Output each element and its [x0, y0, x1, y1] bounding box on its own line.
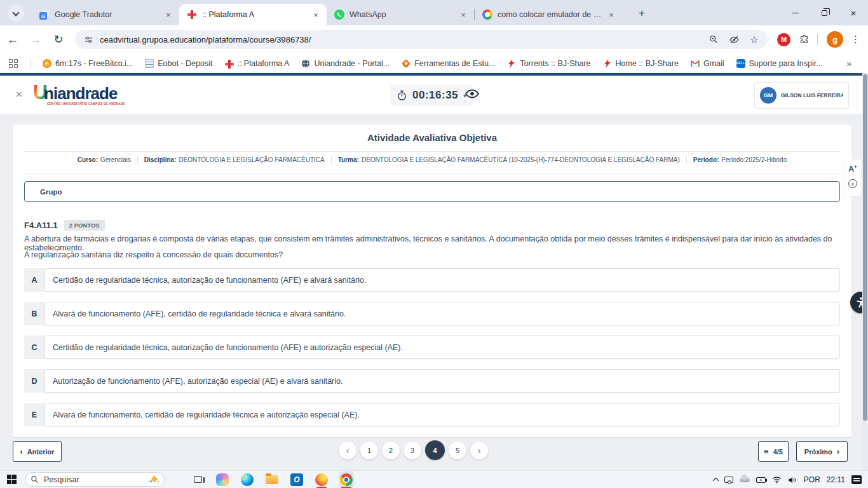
- option-letter: E: [24, 403, 44, 426]
- mega-extension-icon[interactable]: M: [777, 33, 790, 46]
- option-e[interactable]: E Alvará de funcionamento, certidão de r…: [24, 403, 840, 426]
- tab-close-icon[interactable]: ×: [310, 9, 322, 20]
- page-3[interactable]: 3: [403, 442, 421, 459]
- font-increase-icon[interactable]: A+: [848, 164, 857, 173]
- option-text[interactable]: Autorização de funcionamento (AFE), auto…: [44, 369, 840, 393]
- task-view-button[interactable]: [190, 471, 205, 488]
- bookmark-plataforma[interactable]: :: Plataforma A: [224, 59, 289, 68]
- copilot-button[interactable]: [215, 471, 230, 488]
- tab-close-icon[interactable]: ×: [606, 9, 617, 20]
- scrollbar-thumb[interactable]: [863, 74, 867, 421]
- outlook-button[interactable]: O: [289, 471, 304, 488]
- bookmark-gmail[interactable]: Gmail: [691, 59, 724, 68]
- whatsapp-icon: [334, 10, 344, 20]
- bookmark-ferramentas[interactable]: Ferramentas de Estu...: [402, 59, 495, 68]
- tab-plataforma-a[interactable]: :: Plataforma A ×: [179, 4, 327, 25]
- user-avatar: GM: [760, 87, 776, 104]
- page-4-active[interactable]: 4: [425, 440, 445, 460]
- back-button[interactable]: ←: [3, 29, 23, 50]
- bookmark-torrents-bjshare[interactable]: Torrents :: BJ-Share: [507, 59, 590, 68]
- bookmarks-separator: [30, 58, 31, 69]
- notifications-icon[interactable]: [851, 475, 862, 484]
- page-5[interactable]: 5: [449, 442, 466, 459]
- page-scrollbar[interactable]: [862, 73, 868, 470]
- tab-google-search[interactable]: como colocar emulador de ps2 ×: [475, 4, 622, 25]
- profile-avatar[interactable]: g: [827, 31, 843, 48]
- option-text[interactable]: Alvará de funcionamento (AFE), certidão …: [44, 302, 840, 325]
- bookmarks-overflow-icon[interactable]: »: [846, 58, 851, 69]
- option-text[interactable]: Certidão de regularidade técnica, autori…: [44, 268, 840, 292]
- tab-close-icon[interactable]: ×: [163, 9, 174, 20]
- bookmark-uniandrade[interactable]: Uniandrade - Portal...: [301, 59, 390, 68]
- meta-value: Gerenciais: [100, 156, 131, 163]
- wifi-icon[interactable]: [772, 476, 782, 484]
- window-restore-button[interactable]: [810, 0, 839, 25]
- meta-label: Período:: [693, 156, 719, 163]
- battery-icon[interactable]: ×: [756, 477, 766, 483]
- group-box[interactable]: Grupo: [24, 181, 840, 202]
- close-icon[interactable]: ×: [13, 88, 25, 101]
- option-b[interactable]: B Alvará de funcionamento (AFE), certidã…: [24, 302, 840, 325]
- tab-google-tradutor[interactable]: G Google Tradutor ×: [32, 4, 179, 25]
- option-c[interactable]: C Certidão de regularidade técnica, auto…: [24, 336, 840, 359]
- quiz-card: Atividade Avaliativa Objetiva Curso:Gere…: [13, 125, 851, 437]
- clock[interactable]: 22:11: [827, 475, 845, 484]
- onedrive-icon[interactable]: [740, 477, 750, 482]
- page-next-circle[interactable]: ›: [470, 442, 488, 459]
- plataforma-cross-icon: [224, 59, 233, 68]
- browser-menu-icon[interactable]: ⋮: [851, 34, 860, 45]
- folder-icon: [266, 475, 278, 484]
- address-bar[interactable]: ceadvirtual.grupoa.education/plataforma/…: [75, 30, 768, 49]
- next-button[interactable]: Próximo ›: [796, 441, 848, 462]
- option-a[interactable]: A Certidão de regularidade técnica, auto…: [24, 268, 840, 292]
- firefox-button[interactable]: [314, 471, 329, 488]
- bookmark-home-bjshare[interactable]: Home :: BJ-Share: [603, 59, 679, 68]
- bookmark-dell-suporte[interactable]: DELL Suporte para Inspir...: [736, 59, 823, 68]
- tab-search-button[interactable]: [8, 5, 24, 22]
- eye-off-icon[interactable]: [729, 34, 740, 45]
- uniandrade-logo[interactable]: Uniandrade CENTRO UNIVERSITÁRIO CAMPOS D…: [33, 82, 125, 106]
- volume-icon[interactable]: [788, 476, 797, 484]
- meta-label: Curso:: [78, 156, 98, 163]
- page-1[interactable]: 1: [360, 442, 378, 459]
- timer[interactable]: 00:16:35 ▾: [390, 85, 473, 106]
- restore-icon: [822, 10, 827, 16]
- language-indicator[interactable]: POR: [804, 475, 820, 484]
- zoom-icon[interactable]: [709, 34, 719, 44]
- bookmark-eobot[interactable]: Eobot - Deposit: [145, 59, 212, 68]
- edge-button[interactable]: [240, 471, 255, 488]
- tab-close-icon[interactable]: ×: [458, 9, 469, 20]
- new-tab-button[interactable]: +: [634, 6, 649, 21]
- apps-grid-icon[interactable]: [9, 59, 18, 68]
- bookmark-star-icon[interactable]: ☆: [750, 34, 759, 46]
- user-card[interactable]: GM GILSON LUIS FERREIRA M...: [754, 82, 849, 109]
- user-name: GILSON LUIS FERREIRA M...: [781, 92, 843, 98]
- tray-expand-icon[interactable]: [712, 478, 719, 484]
- page-prev-circle[interactable]: ‹: [339, 442, 356, 459]
- windows-start-icon[interactable]: [7, 475, 17, 484]
- site-settings-icon[interactable]: [84, 35, 93, 44]
- chrome-button[interactable]: [339, 471, 354, 488]
- window-close-button[interactable]: ×: [839, 0, 868, 25]
- option-d[interactable]: D Autorização de funcionamento (AFE), au…: [24, 369, 840, 393]
- stopwatch-icon: [397, 90, 407, 101]
- extensions-puzzle-icon[interactable]: [799, 34, 810, 45]
- info-icon[interactable]: i: [848, 179, 857, 188]
- reload-button[interactable]: ↻: [48, 29, 69, 50]
- visibility-eye-icon[interactable]: [465, 89, 479, 101]
- forward-button[interactable]: →: [25, 29, 46, 50]
- file-explorer-button[interactable]: [264, 471, 280, 488]
- url-text[interactable]: ceadvirtual.grupoa.education/plataforma/…: [100, 35, 709, 44]
- option-text[interactable]: Certidão de regularidade técnica, autori…: [44, 336, 840, 359]
- tab-whatsapp[interactable]: WhatsApp ×: [327, 4, 474, 25]
- page-2[interactable]: 2: [382, 442, 400, 459]
- taskbar-search[interactable]: Pesquisar: [25, 472, 165, 487]
- points-badge: 2 PONTOS: [64, 220, 105, 231]
- cast-icon[interactable]: [724, 477, 733, 483]
- bookmark-label: Home :: BJ-Share: [616, 59, 679, 68]
- option-text[interactable]: Alvará de funcionamento, certidão de reg…: [44, 403, 840, 426]
- bookmark-freebitco[interactable]: B 6m:17s - FreeBitco.i...: [43, 59, 133, 68]
- previous-button[interactable]: ‹ Anterior: [13, 441, 62, 462]
- question-counter-button[interactable]: ≡ 4/5: [758, 441, 789, 462]
- window-minimize-button[interactable]: [780, 0, 810, 25]
